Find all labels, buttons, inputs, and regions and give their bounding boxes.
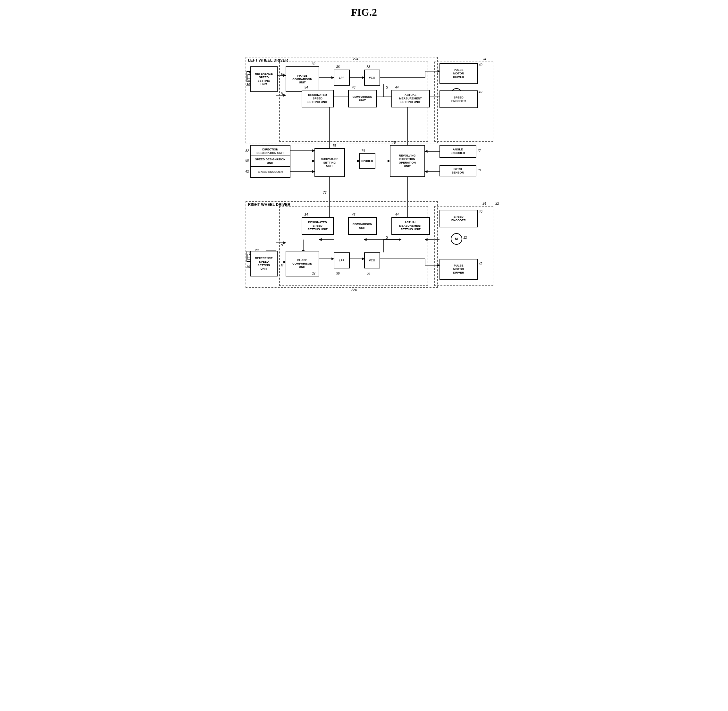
ref-80: 80 — [246, 159, 249, 162]
ref-36-bot: 36 — [336, 271, 340, 275]
divider: DIVIDER — [360, 153, 375, 169]
pulse-motor-driver-bot: PULSEMOTORDRIVER — [439, 259, 478, 280]
ref-22a-top: 22A — [353, 58, 359, 61]
ref-22a-bot: 22A — [351, 288, 357, 292]
comparison-unit-top: COMPARISONUNIT — [348, 90, 377, 108]
speed-encoder-top: SPEEDENCODER — [439, 90, 478, 108]
ref-34-top: 34 — [305, 86, 308, 89]
ref-12-bot: 12 — [464, 236, 467, 239]
ref-40-top: 40 — [479, 63, 482, 67]
ref-30-bot: 30 — [246, 265, 250, 269]
ref-44-bot: 44 — [395, 213, 399, 217]
gyro-sensor: GYROSENSOR — [439, 165, 476, 176]
phase-comparison-top: PHASECOMPARISONUNIT — [286, 66, 319, 92]
comparison-unit-bot: COMPARISONUNIT — [348, 217, 377, 235]
ref-78: 78 — [392, 141, 396, 144]
ref-76: 76 — [333, 144, 336, 148]
ref-44-top: 44 — [395, 86, 399, 89]
curvature-setting: CURVATURESETTINGUNIT — [314, 148, 345, 177]
diagram: LEFT WHEEL DRIVER 22A 24 30 28 REFERENCE… — [226, 28, 502, 304]
ref-72: 72 — [323, 191, 327, 194]
ref-46-top: 46 — [352, 86, 355, 89]
ref-36-top: 36 — [336, 65, 340, 69]
lpf-top: LPF — [334, 69, 350, 86]
ref-42-bot: 42 — [479, 262, 482, 266]
revolving-direction: REVOLVINGDIRECTIONOPERATIONUNIT — [390, 145, 425, 177]
designated-speed-bot: DESIGNATEDSPEEDSETTING UNIT — [302, 217, 334, 235]
ref-38-bot: 38 — [367, 271, 370, 275]
ref-speed-setting-bot: REFERENCESPEEDSETTINGUNIT — [251, 251, 278, 276]
ref-19: 19 — [477, 168, 481, 172]
ref-40-bot: 40 — [479, 210, 482, 213]
ref-42-top: 42 — [479, 90, 482, 94]
actual-measurement-top: ACTUALMEASUREMENTSETTING UNIT — [391, 90, 430, 108]
angle-encoder: ANGLEENCODER — [439, 145, 476, 158]
s-label-top: S — [386, 86, 388, 89]
ref-42-mid: 42 — [246, 170, 249, 173]
m-label-top: M — [281, 73, 283, 76]
m-label-bot: M — [281, 264, 283, 267]
ref-38-top: 38 — [367, 65, 370, 69]
speed-encoder-bot-top: SPEEDENCODER — [439, 210, 478, 227]
n-label-bot: N — [281, 243, 283, 247]
ref-24-top: 24 — [483, 58, 486, 61]
ref-34-bot: 34 — [305, 213, 308, 217]
motor-icon-bot: M — [451, 233, 462, 245]
ref-74: 74 — [362, 149, 365, 153]
speed-encoder-mid: SPEED ENCODER — [251, 167, 290, 178]
n-label-top: N — [281, 92, 283, 96]
vco-bot: VCO — [364, 252, 380, 268]
ref-24-bot: 24 — [483, 202, 486, 205]
ref-speed-setting-top: REFERENCESPEEDSETTINGUNIT — [251, 66, 278, 92]
ref-17: 17 — [477, 149, 481, 153]
pulse-motor-driver-top: PULSEMOTORDRIVER — [439, 63, 478, 84]
ref-82: 82 — [246, 149, 249, 153]
speed-designation: SPEED DESIGNATIONUNIT — [251, 156, 290, 167]
ref-32-bot: 32 — [312, 271, 315, 275]
vco-top: VCO — [364, 69, 380, 86]
lpf-bot: LPF — [334, 252, 350, 268]
designated-speed-top: DESIGNATEDSPEEDSETTING UNIT — [302, 90, 334, 108]
ref-46-bot: 46 — [352, 213, 355, 217]
actual-measurement-bot: ACTUALMEASUREMENTSETTING UNIT — [391, 217, 430, 235]
ref-32-top: 32 — [312, 62, 315, 66]
s-label-bot: S — [386, 236, 388, 239]
ref-30-top: 30 — [246, 83, 250, 87]
ref-22-bot: 22 — [495, 202, 499, 205]
page-title: FIG.2 — [226, 6, 502, 18]
